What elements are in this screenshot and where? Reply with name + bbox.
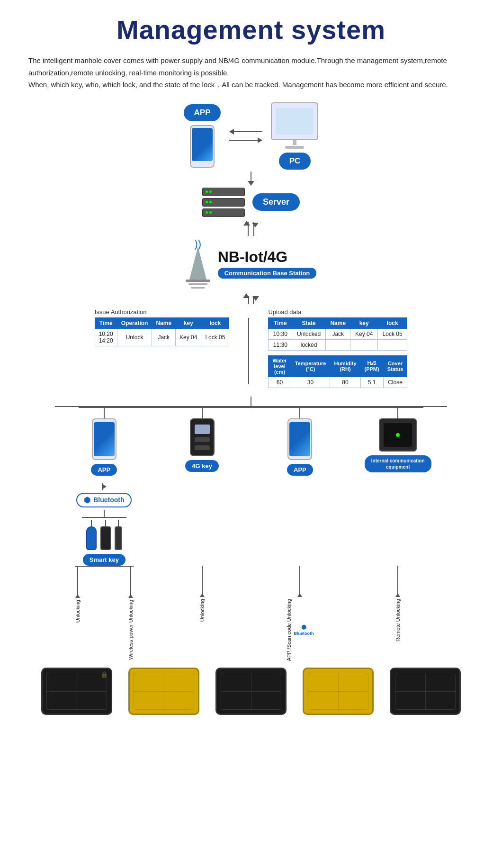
server-row: Server: [202, 188, 300, 217]
pc-device-col: PC: [271, 102, 318, 170]
bottom-section: APP ⬢ Bluetooth: [28, 406, 474, 715]
issue-auth-title: Issue Authorization: [95, 308, 230, 316]
table-row: 10:30 Unlocked Jack Key 04 Lock 05: [269, 328, 407, 339]
nb-iot-label: NB-Iot/4G: [218, 248, 288, 266]
vert-lines-row: Unlocking Wireless power Unlocking: [55, 566, 447, 661]
issue-col-lock: lock: [201, 317, 229, 328]
cover-2: [128, 668, 199, 715]
arrow-to-tables: [243, 293, 259, 304]
smart-keys-row: [86, 520, 122, 550]
table-row: 10:2014:20 Unlock Jack Key 04 Lock 05: [95, 328, 229, 346]
arrow-right-icon: [258, 137, 262, 143]
app-device-col: APP: [184, 104, 221, 168]
smart-key-black1: [100, 526, 111, 550]
smart-key-blue: [86, 526, 97, 550]
upload-table1: Time State Name key lock 10:30 Unlocked …: [268, 317, 407, 351]
dev-col-comm: Internal communicationequipment: [349, 407, 447, 472]
table-row: 11:30 locked: [269, 339, 407, 350]
issue-col-key: key: [176, 317, 201, 328]
nb-iot-row: )) NB-Iot/4G Communication Base Station: [186, 238, 317, 289]
issue-col-operation: Operation: [117, 317, 152, 328]
server-badge: Server: [252, 193, 300, 211]
device-4gkey: [190, 418, 215, 456]
comm-base-badge: Communication Base Station: [218, 268, 317, 279]
bluetooth-icon: ⬢: [84, 496, 90, 505]
comm-label: Internal communicationequipment: [365, 455, 431, 472]
phone-icon: [190, 125, 215, 168]
issue-auth-section: Issue Authorization Time Operation Name …: [95, 308, 230, 346]
table-row: 60 30 80 5.1 Close: [269, 377, 407, 388]
upload-data-section: Upload data Time State Name key lock: [268, 308, 407, 388]
dev-col-4gkey: 4G key: [153, 407, 251, 472]
smart-key-black2: [115, 526, 122, 550]
page-title: Management system: [28, 14, 474, 45]
arrow-to-server: [248, 172, 254, 186]
pc-badge: PC: [279, 153, 311, 170]
device-comm: [379, 418, 417, 452]
arrow-to-nb: [243, 219, 259, 236]
unlocking-label-1: Unlocking: [75, 600, 81, 623]
tables-row: Issue Authorization Time Operation Name …: [95, 308, 408, 388]
device-phone-1: [92, 418, 117, 460]
cover-1: 🔒: [41, 668, 112, 715]
unlocking-label-3: Unlocking: [199, 599, 205, 622]
unlocking-label-5: Remote Unlocking: [395, 599, 401, 642]
server-icon: [202, 188, 245, 217]
4gkey-label: 4G key: [185, 460, 219, 472]
dev-col-app1: APP ⬢ Bluetooth: [55, 407, 153, 566]
monitor-icon: [271, 102, 318, 140]
cover-4: [303, 668, 374, 715]
issue-col-time: Time: [95, 317, 117, 328]
cover-5: [390, 668, 461, 715]
bluetooth-badge: ⬢ Bluetooth: [76, 493, 132, 507]
unlocking-label-4: APP /Scan code Unlocking: [286, 599, 292, 661]
smart-key-label: Smart key: [83, 554, 126, 566]
diagram: APP: [28, 102, 474, 715]
device-phone-2: [287, 418, 312, 460]
upload-data-title: Upload data: [268, 308, 407, 316]
unlocking-label-2: Wireless power Unlocking: [128, 600, 134, 660]
intro-text: The intelligent manhole cover comes with…: [28, 54, 474, 91]
app2-label: APP: [287, 464, 313, 476]
issue-table: Time Operation Name key lock 10:2014:20 …: [95, 317, 230, 346]
top-arrows: [229, 129, 262, 143]
app-badge: APP: [184, 104, 221, 121]
bt-icon-small: ⬢: [301, 624, 306, 631]
center-vert-line: [248, 318, 249, 384]
app1-label: APP: [91, 464, 117, 476]
tower-icon: )): [186, 238, 210, 289]
page-container: Management system The intelligent manhol…: [0, 0, 502, 734]
arrow-to-bottom: [251, 397, 251, 406]
arrow-left-icon: [229, 129, 234, 135]
nb-iot-label-col: NB-Iot/4G Communication Base Station: [218, 248, 317, 279]
upload-table2: Waterlevel(cm) Temperature(°C) Humidity(…: [268, 355, 407, 388]
issue-col-name: Name: [152, 317, 176, 328]
dev-col-app2: APP: [251, 407, 349, 476]
devices-branch: APP ⬢ Bluetooth: [55, 407, 447, 566]
covers-row: 🔒: [28, 668, 474, 715]
cover-3: [215, 668, 287, 715]
top-devices-row: APP: [184, 102, 319, 170]
